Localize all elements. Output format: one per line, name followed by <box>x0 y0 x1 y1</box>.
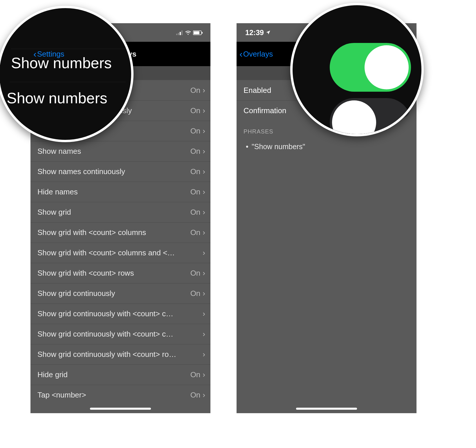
location-icon <box>266 28 271 37</box>
svg-rect-3 <box>181 30 183 35</box>
svg-rect-6 <box>194 31 199 34</box>
svg-rect-1 <box>178 33 179 35</box>
row-label: Show names continuously <box>37 167 125 176</box>
chevron-right-icon: › <box>203 289 205 298</box>
svg-point-4 <box>187 34 188 35</box>
svg-rect-7 <box>202 32 203 34</box>
wifi-icon <box>185 28 191 37</box>
confirmation-label: Confirmation <box>244 106 286 115</box>
chevron-right-icon: › <box>203 106 205 115</box>
row-label: Show grid continuously <box>37 289 115 298</box>
row-value: On <box>190 289 201 298</box>
magnified-row-2: Show numbers <box>7 89 107 107</box>
row-label: Show grid with <count> columns <box>37 228 146 237</box>
chevron-right-icon: › <box>203 309 205 318</box>
chevron-right-icon: › <box>203 208 205 217</box>
svg-rect-0 <box>176 34 177 35</box>
row-show-grid-cont-rows[interactable]: Show grid continuously with <count> rows… <box>30 344 210 364</box>
row-show-grid-rows[interactable]: Show grid with <count> rows On› <box>30 263 210 283</box>
row-label: Tap <number> <box>37 391 86 400</box>
row-label: Show grid <box>37 208 71 217</box>
row-hide-names[interactable]: Hide names On› <box>30 182 210 202</box>
row-show-grid-cols-and[interactable]: Show grid with <count> columns and <c… › <box>30 243 210 263</box>
chevron-right-icon: › <box>203 167 205 176</box>
row-show-names[interactable]: Show names On› <box>30 141 210 161</box>
nav-back-button[interactable]: ‹ Settings <box>33 49 64 59</box>
row-value: On <box>190 167 201 176</box>
magnified-row-1: Show numbers <box>11 49 127 72</box>
row-value: On <box>190 370 201 379</box>
row-label: Show grid with <count> rows <box>37 269 134 278</box>
row-value: On <box>190 391 201 400</box>
row-show-grid-cont-cols-a[interactable]: Show grid continuously with <count> col…… <box>30 304 210 324</box>
chevron-right-icon: › <box>203 228 205 237</box>
row-tap-number[interactable]: Tap <number> On› <box>30 385 210 405</box>
chevron-left-icon: ‹ <box>239 49 243 59</box>
enabled-label: Enabled <box>244 86 271 95</box>
chevron-right-icon: › <box>203 147 205 156</box>
row-show-names-cont[interactable]: Show names continuously On› <box>30 161 210 182</box>
chevron-right-icon: › <box>203 350 205 359</box>
nav-back-label: Overlays <box>243 50 273 59</box>
chevron-right-icon: › <box>203 187 205 196</box>
cellular-icon <box>176 28 183 37</box>
phrase-item: "Show numbers" <box>237 138 416 156</box>
svg-rect-2 <box>180 32 181 35</box>
row-label: Show grid continuously with <count> col… <box>37 330 177 339</box>
battery-icon <box>193 28 203 37</box>
row-hide-grid[interactable]: Hide grid On› <box>30 364 210 385</box>
home-indicator[interactable] <box>90 408 151 410</box>
row-label: Show grid with <count> columns and <c… <box>37 248 177 257</box>
row-show-grid-cols[interactable]: Show grid with <count> columns On› <box>30 222 210 243</box>
chevron-right-icon: › <box>203 127 205 136</box>
nav-back-button[interactable]: ‹ Overlays <box>239 49 273 59</box>
row-value: On <box>190 127 201 136</box>
chevron-right-icon: › <box>203 370 205 379</box>
chevron-left-icon: ‹ <box>33 49 37 59</box>
chevron-right-icon: › <box>203 248 205 257</box>
row-value: On <box>190 208 201 217</box>
row-label: Hide grid <box>37 370 68 379</box>
magnified-toggle-on <box>330 43 411 92</box>
row-show-grid-cont[interactable]: Show grid continuously On› <box>30 283 210 304</box>
nav-back-label: Settings <box>37 50 64 59</box>
row-value: On <box>190 228 201 237</box>
row-value: On <box>190 106 201 115</box>
row-value: On <box>190 147 201 156</box>
home-indicator[interactable] <box>296 408 357 410</box>
divider <box>10 82 126 82</box>
row-show-grid-cont-cols-b[interactable]: Show grid continuously with <count> col…… <box>30 324 210 344</box>
magnifier-left: Show numbers Show numbers <box>0 6 134 142</box>
row-value: On <box>190 86 201 95</box>
chevron-right-icon: › <box>203 391 205 400</box>
row-value: On <box>190 187 201 196</box>
row-value: On <box>190 269 201 278</box>
row-label: Show names <box>37 147 81 156</box>
magnifier-right <box>290 3 424 136</box>
chevron-right-icon: › <box>203 86 205 95</box>
row-label: Show grid continuously with <count> rows <box>37 350 177 359</box>
row-show-grid[interactable]: Show grid On› <box>30 202 210 222</box>
row-label: Show grid continuously with <count> col… <box>37 309 177 318</box>
chevron-right-icon: › <box>203 269 205 278</box>
chevron-right-icon: › <box>203 330 205 339</box>
row-label: Hide names <box>37 187 78 196</box>
status-time: 12:39 <box>245 28 264 37</box>
